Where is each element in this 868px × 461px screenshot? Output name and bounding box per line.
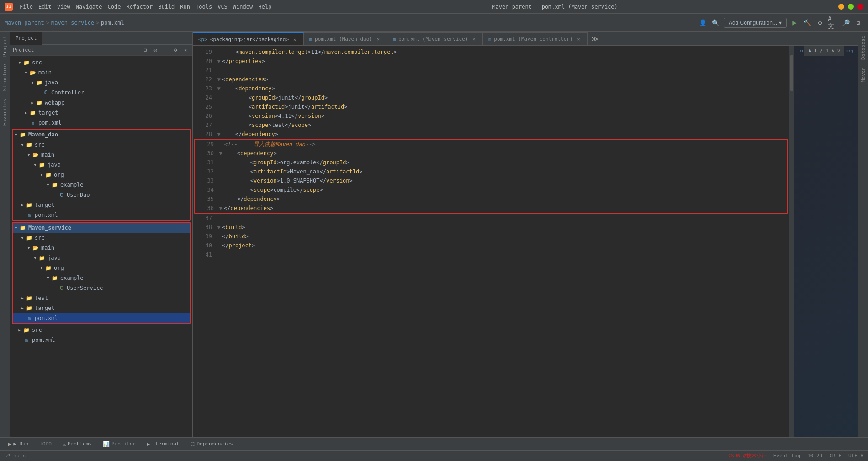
right-label-maven[interactable]: Maven xyxy=(859,63,867,86)
search-down-icon[interactable]: ∨ xyxy=(837,48,840,54)
tree-item-src-dao[interactable]: ▼ 📁 src xyxy=(13,140,190,150)
run-button[interactable]: ▶ xyxy=(789,18,799,28)
fold-28[interactable]: ▼ xyxy=(216,131,222,137)
settings-icon[interactable]: ⚙ xyxy=(815,18,825,28)
breadcrumb-mid[interactable]: Maven_service xyxy=(51,20,94,26)
todo-button[interactable]: TODO xyxy=(35,440,56,448)
sidebar-tab-project[interactable]: Project xyxy=(10,32,42,45)
search-up-icon[interactable]: ∧ xyxy=(831,48,835,54)
menu-edit[interactable]: Edit xyxy=(38,4,52,10)
menu-run[interactable]: Run xyxy=(180,4,190,10)
menu-navigate[interactable]: Navigate xyxy=(76,4,102,10)
right-label-database[interactable]: Database xyxy=(859,32,867,63)
dependencies-button[interactable]: ⬡ Dependencies xyxy=(186,440,238,448)
maximize-button[interactable] xyxy=(848,4,854,10)
menu-window[interactable]: Window xyxy=(233,4,253,10)
tree-item-maven-service[interactable]: ▼ 📁 Maven_service xyxy=(13,223,190,233)
fold-30[interactable]: ▼ xyxy=(217,150,224,157)
hide-panel-icon[interactable]: ✕ xyxy=(181,46,190,54)
editor-area: <p> <packaging>jar</packaging> ✕ m pom.x… xyxy=(193,32,858,437)
tree-item-org-dao[interactable]: ▼ 📁 org xyxy=(13,170,190,180)
tab-close-packaging[interactable]: ✕ xyxy=(291,36,298,42)
scrollbar-thumb[interactable] xyxy=(790,55,793,91)
tree-item-pom-svc[interactable]: m pom.xml xyxy=(13,313,190,323)
add-configuration-button[interactable]: Add Configuration... ▾ xyxy=(724,18,787,28)
translate-icon[interactable]: A文 xyxy=(828,18,838,28)
status-left: ⎇ main xyxy=(5,453,26,459)
tree-item-controller[interactable]: C Controller xyxy=(10,88,192,98)
tab-close-service[interactable]: ✕ xyxy=(471,36,477,42)
tree-item-pom-dao[interactable]: m pom.xml xyxy=(13,210,190,220)
tree-item-src-extra[interactable]: ▶ 📁 src xyxy=(10,325,192,335)
menu-refactor[interactable]: Refactor xyxy=(126,4,153,10)
event-log[interactable]: Event Log xyxy=(773,453,801,459)
menu-bar[interactable]: File Edit View Navigate Code Refactor Bu… xyxy=(20,4,271,10)
breadcrumb-root[interactable]: Maven_parent xyxy=(5,20,44,26)
locate-icon[interactable]: ◎ xyxy=(151,46,159,54)
tab-close-controller[interactable]: ✕ xyxy=(576,36,582,42)
fold-22[interactable]: ▼ xyxy=(216,76,222,83)
tree-item-target1[interactable]: ▶ 📁 target xyxy=(10,108,192,118)
git-icon[interactable]: ⎇ main xyxy=(5,453,26,459)
gear-icon[interactable]: ⚙ xyxy=(853,18,863,28)
tree-item-main-dao[interactable]: ▼ 📂 main xyxy=(13,150,190,160)
vertical-scrollbar[interactable] xyxy=(789,46,794,437)
tree-item-main1[interactable]: ▼ 📂 main xyxy=(10,68,192,78)
tree-item-pom-extra[interactable]: m pom.xml xyxy=(10,335,192,345)
search-everywhere-icon[interactable]: 🔍 xyxy=(711,18,721,28)
tab-overflow-button[interactable]: ≫ xyxy=(588,32,602,45)
collapse-all-icon[interactable]: ⊟ xyxy=(141,46,149,54)
fold-36[interactable]: ▼ xyxy=(217,205,224,211)
tree-item-main-svc[interactable]: ▼ 📂 main xyxy=(13,243,190,253)
tree-item-userservice[interactable]: C UserService xyxy=(13,283,190,293)
terminal-button[interactable]: ▶_ Terminal xyxy=(142,440,184,448)
tree-item-src-svc[interactable]: ▼ 📁 src xyxy=(13,233,190,243)
menu-tools[interactable]: Tools xyxy=(196,4,212,10)
tree-item-org-svc[interactable]: ▼ 📁 org xyxy=(13,263,190,273)
menu-file[interactable]: File xyxy=(20,4,33,10)
tree-item-test-svc[interactable]: ▶ 📁 test xyxy=(13,293,190,303)
build-icon[interactable]: 🔨 xyxy=(802,18,812,28)
menu-help[interactable]: Help xyxy=(258,4,271,10)
menu-vcs[interactable]: VCS xyxy=(217,4,228,10)
tree-item-example-dao[interactable]: ▼ 📁 example xyxy=(13,180,190,190)
profiler-button[interactable]: 📊 Profiler xyxy=(98,440,140,448)
editor-tab-service[interactable]: m pom.xml (Maven_service) ✕ xyxy=(387,32,483,45)
editor-tab-controller[interactable]: m pom.xml (Maven_controller) ✕ xyxy=(483,32,587,45)
run-bottom-button[interactable]: ▶ ▶ Run xyxy=(4,440,33,448)
fold-38[interactable]: ▼ xyxy=(216,224,222,230)
status-crlf[interactable]: CRLF xyxy=(829,453,842,459)
tree-item-example-svc[interactable]: ▼ 📁 example xyxy=(13,273,190,283)
account-icon[interactable]: 👤 xyxy=(698,18,708,28)
editor-tab-dao[interactable]: m pom.xml (Maven_dao) ✕ xyxy=(304,32,387,45)
fold-23[interactable]: ▼ xyxy=(216,85,222,92)
minimize-button[interactable] xyxy=(838,4,844,10)
tree-item-java-dao[interactable]: ▼ 📁 java xyxy=(13,160,190,170)
sort-icon[interactable]: ≡ xyxy=(161,46,169,54)
tree-item-java-svc[interactable]: ▼ 📁 java xyxy=(13,253,190,263)
sidebar-label-project[interactable]: Project xyxy=(1,32,9,60)
menu-build[interactable]: Build xyxy=(158,4,175,10)
tree-item-webapp[interactable]: ▶ 📁 webapp xyxy=(10,98,192,108)
menu-code[interactable]: Code xyxy=(108,4,121,10)
tree-item-userdao[interactable]: C UserDao xyxy=(13,190,190,200)
menu-view[interactable]: View xyxy=(57,4,70,10)
tree-item-target-dao[interactable]: ▶ 📁 target xyxy=(13,200,190,210)
problems-button[interactable]: ⚠ Problems xyxy=(58,440,96,448)
tree-item-target-svc[interactable]: ▶ 📁 target xyxy=(13,303,190,313)
tree-item-pom1[interactable]: m pom.xml xyxy=(10,118,192,128)
editor-tab-packaging[interactable]: <p> <packaging>jar</packaging> ✕ xyxy=(193,32,304,45)
close-button[interactable] xyxy=(857,4,863,10)
sidebar-label-structure[interactable]: Structure xyxy=(1,60,9,95)
status-charset[interactable]: UTF-8 xyxy=(848,453,863,459)
find-icon[interactable]: 🔎 xyxy=(841,18,851,28)
fold-20[interactable]: ▼ xyxy=(216,58,222,64)
tree-item-maven-dao[interactable]: ▼ 📁 Maven_dao xyxy=(13,130,190,140)
sidebar-label-favorites[interactable]: Favorites xyxy=(1,95,9,130)
breadcrumb-current[interactable]: pom.xml xyxy=(101,20,124,26)
settings-tree-icon[interactable]: ⚙ xyxy=(171,46,180,54)
code-lines-container[interactable]: 19 <maven.compiler.target>11</maven.comp… xyxy=(193,46,789,437)
tree-item-java1[interactable]: ▼ 📁 java xyxy=(10,78,192,88)
tab-close-dao[interactable]: ✕ xyxy=(375,36,381,42)
tree-item-src1[interactable]: ▼ 📁 src xyxy=(10,58,192,68)
